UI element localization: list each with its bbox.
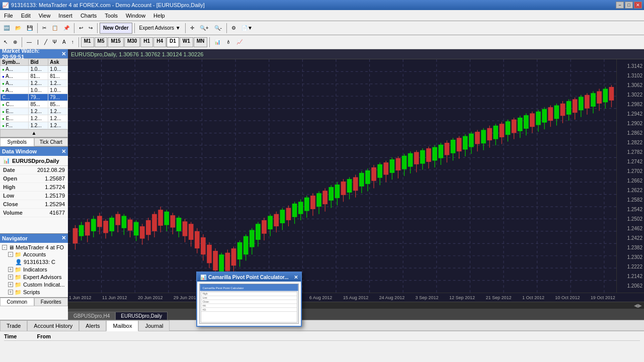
menu-help[interactable]: Help [149,10,169,21]
tab-alerts[interactable]: Alerts [79,320,106,331]
svg-rect-165 [469,134,474,147]
data-window-close[interactable]: ✕ [61,148,66,155]
period-w1[interactable]: W1 [180,37,193,47]
nav-item-root[interactable]: - 🖥 MetaTrader 4 at FO [1,244,67,251]
menu-window[interactable]: Window [122,10,149,21]
table-row[interactable]: ● C...85...85... [1,101,68,108]
tree-expand-icon[interactable]: + [8,282,13,287]
tb-line-button[interactable]: 📈 [234,37,245,48]
chart-tab-eurusd[interactable]: EURUSDpro,Daily [115,312,168,320]
chart-main[interactable] [68,59,616,293]
nav-item-custom[interactable]: + 📁 Custom Indicat... [1,281,67,289]
tb-new-button[interactable]: 🆕 [1,23,12,34]
tb-tline-button[interactable]: ╱ [42,37,50,48]
date-label: 20 Jun 2012 [138,295,163,300]
tb-fib-button[interactable]: Ψ [50,37,59,48]
period-m30[interactable]: M30 [124,37,140,47]
popup-close-button[interactable]: ✕ [294,275,298,280]
tab-account-history[interactable]: Account History [27,320,79,331]
nav-item-experts[interactable]: + 📁 Expert Advisors [1,274,67,281]
maximize-button[interactable]: □ [625,2,633,9]
minimize-button[interactable]: − [616,2,624,9]
tb-zoom-in-button[interactable]: 🔍+ [197,23,211,34]
menu-edit[interactable]: Edit [17,10,35,21]
table-row[interactable]: ● A...1.0...1.0... [1,87,68,94]
tb-expert-advisors-button[interactable]: Expert Advisors ▼ [137,23,183,34]
tb-new-order-button[interactable]: New Order [100,23,132,34]
svg-rect-197 [567,101,572,115]
tb-paste-button[interactable]: 📌 [61,23,72,34]
svg-rect-57 [140,226,145,238]
tb-chartmode-button[interactable]: 📊 [212,37,223,48]
table-row[interactable]: ● F...1.2...1.2... [1,122,68,129]
table-row[interactable]: ● A...1.2...1.2... [1,80,68,87]
tab-common[interactable]: Common [0,298,34,306]
scroll-right-icon[interactable]: ▶ [638,303,642,308]
chart-tab-gbpusd[interactable]: GBPUSDpro,H4 [68,312,115,320]
svg-rect-133 [371,167,376,181]
popup-preview-svg: Camarilla Pivot Point Calculator High: L… [200,284,298,323]
nav-item-indicators[interactable]: + 📁 Indicators [1,266,67,274]
nav-item-accounts[interactable]: - 📁 Accounts [1,251,67,258]
menu-view[interactable]: View [35,10,55,21]
period-m1[interactable]: M1 [81,37,94,47]
nav-item-scripts[interactable]: + 📁 Scripts [1,289,67,296]
tab-mailbox[interactable]: Mailbox [106,320,138,331]
market-watch-scroll-up[interactable]: ▲ [0,129,68,137]
tb-copy-button[interactable]: 📋 [49,23,60,34]
table-row[interactable]: ● A...1.0...1.0... [1,66,68,73]
svg-rect-181 [518,118,523,131]
tb-cut-button[interactable]: ✂ [40,23,49,34]
tree-collapse-icon[interactable]: - [2,245,7,250]
period-d1[interactable]: D1 [167,37,179,47]
period-h4[interactable]: H4 [153,37,166,47]
tb-zoom-out-button[interactable]: 🔍- [212,23,224,34]
market-watch-close[interactable]: ✕ [61,51,66,57]
dw-date-value: 2012.08.29 [28,166,68,174]
tb-hline-button[interactable]: — [24,37,34,48]
table-row[interactable]: ● A...81...81... [1,73,68,80]
tab-journal[interactable]: Journal [138,320,170,331]
tab-symbols[interactable]: Symbols [0,138,34,146]
tb-crosshair-button[interactable]: ✛ [188,23,197,34]
data-window-panel: Data Window ✕ 📊 EURUSDpro,Daily Date2012… [0,147,68,234]
tb-undo-button[interactable]: ↩ [76,23,86,34]
tb-redo-button[interactable]: ↪ [86,23,95,34]
left-panel: Market Watch: 20:59:51 ✕ Symb... Bid Ask… [0,49,68,320]
tree-collapse-icon[interactable]: - [8,252,13,257]
tb-text-button[interactable]: A [60,37,68,48]
period-m5[interactable]: M5 [95,37,108,47]
tb-cursor-button[interactable]: ↖ [1,37,10,48]
date-label: 12 Sep 2012 [449,295,475,300]
menu-charts[interactable]: Charts [76,10,101,21]
menu-tools[interactable]: Tools [101,10,122,21]
tree-expand-icon[interactable]: + [8,275,13,280]
tb-crosshair2-button[interactable]: ⊕ [11,37,20,48]
tab-favorites[interactable]: Favorites [34,298,68,306]
table-row[interactable]: C...79...79... [1,94,68,101]
period-mn[interactable]: MN [194,37,208,47]
dw-high-value: 1.25724 [28,183,68,192]
tb-arrow-button[interactable]: ↑ [69,37,76,48]
close-button[interactable]: ✕ [634,2,642,9]
tb-properties-button[interactable]: ⚙ [229,23,238,34]
scroll-left-icon[interactable]: ◀ [634,303,638,308]
tb-vline-button[interactable]: | [35,37,41,48]
menu-file[interactable]: File [0,10,17,21]
navigator-close[interactable]: ✕ [61,235,66,241]
period-m15[interactable]: M15 [108,37,123,47]
tb-template-button[interactable]: 📄▼ [239,23,255,34]
tb-save-button[interactable]: 💾 [24,23,35,34]
tb-open-button[interactable]: 📂 [13,23,24,34]
table-row[interactable]: ● E...1.2...1.2... [1,108,68,115]
menu-insert[interactable]: Insert [54,10,76,21]
tab-tick-chart[interactable]: Tick Chart [34,138,68,146]
folder-icon: 📁 [15,251,22,258]
tree-expand-icon[interactable]: + [8,290,13,295]
tab-trade[interactable]: Trade [0,320,27,331]
nav-item-account[interactable]: 👤 91316133: C [1,258,67,266]
tree-expand-icon[interactable]: + [8,267,13,272]
period-h1[interactable]: H1 [140,37,153,47]
table-row[interactable]: ● E...1.2...1.2... [1,115,68,122]
tb-candlestick-button[interactable]: 🕯 [223,37,233,48]
